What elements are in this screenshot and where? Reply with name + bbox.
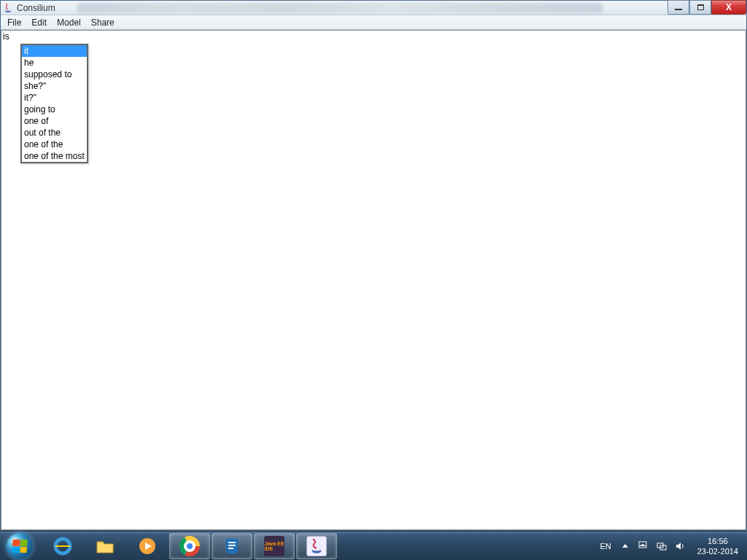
action-center-icon[interactable]: [633, 541, 652, 551]
taskbar-pinned-apps: Java EEIDE: [42, 533, 337, 559]
taskbar-ie-button[interactable]: [42, 533, 83, 559]
volume-icon[interactable]: [671, 541, 690, 551]
clock-date: 23-02-2014: [697, 546, 738, 556]
window-title: Consilium: [17, 3, 55, 13]
java-icon: [306, 536, 327, 556]
java-app-icon: [2, 2, 14, 14]
suggestion-item[interactable]: one of the: [22, 139, 87, 150]
suggestion-item[interactable]: out of the: [22, 127, 87, 139]
suggestion-item[interactable]: one of the most: [22, 150, 87, 162]
document-icon: [222, 536, 242, 556]
window-controls: X: [667, 0, 746, 15]
editor-typed-text: is: [3, 31, 9, 42]
taskbar-mediaplayer-button[interactable]: [127, 533, 168, 559]
menu-share[interactable]: Share: [86, 16, 120, 29]
network-icon[interactable]: [652, 541, 671, 551]
svg-rect-9: [228, 542, 236, 543]
system-tray: EN 16:56 23-02-2014: [592, 532, 747, 560]
svg-marker-14: [639, 544, 646, 546]
taskbar-writer-button[interactable]: [212, 533, 252, 559]
folder-icon: [95, 536, 115, 556]
autocomplete-popup: it he supposed to she?" it?" going to on…: [20, 44, 88, 163]
menubar: File Edit Model Share: [1, 15, 746, 30]
svg-point-7: [186, 542, 193, 550]
taskbar-chrome-button[interactable]: [169, 533, 210, 559]
show-hidden-icons-button[interactable]: [617, 542, 633, 550]
language-indicator[interactable]: EN: [594, 542, 616, 551]
suggestion-item[interactable]: it: [22, 45, 87, 57]
titlebar[interactable]: Consilium X: [1, 1, 746, 15]
taskbar-eclipse-button[interactable]: Java EEIDE: [254, 533, 295, 559]
minimize-button[interactable]: [667, 0, 689, 15]
suggestion-item[interactable]: supposed to: [22, 69, 87, 80]
menu-edit[interactable]: Edit: [26, 16, 52, 29]
text-editor-area[interactable]: is it he supposed to she?" it?" going to…: [1, 30, 746, 530]
svg-marker-17: [676, 542, 681, 550]
suggestion-item[interactable]: one of: [22, 115, 87, 127]
clock[interactable]: 16:56 23-02-2014: [690, 534, 746, 558]
chrome-icon: [179, 536, 200, 556]
wmp-icon: [137, 536, 158, 556]
ie-icon: [53, 536, 73, 556]
svg-rect-10: [228, 545, 236, 546]
start-button[interactable]: [0, 532, 39, 561]
menu-file[interactable]: File: [2, 16, 26, 29]
svg-marker-12: [622, 544, 628, 548]
suggestion-item[interactable]: he: [22, 57, 87, 69]
maximize-button[interactable]: [689, 0, 711, 15]
app-window: Consilium X File Edit Model Share is it …: [0, 0, 747, 531]
suggestion-item[interactable]: it?": [22, 92, 87, 104]
clock-time: 16:56: [697, 536, 738, 546]
suggestion-item[interactable]: going to: [22, 104, 87, 115]
close-button[interactable]: X: [711, 0, 746, 15]
taskbar-java-app-button[interactable]: [296, 533, 337, 559]
taskbar: Java EEIDE EN 16:56 23-02-2014: [0, 531, 747, 560]
suggestion-item[interactable]: she?": [22, 80, 87, 92]
menu-model[interactable]: Model: [52, 16, 86, 29]
aero-blur-bg: [77, 3, 603, 13]
javaee-ide-icon: Java EEIDE: [264, 536, 285, 556]
svg-rect-11: [228, 548, 233, 549]
windows-logo-icon: [12, 540, 27, 553]
taskbar-explorer-button[interactable]: [85, 533, 125, 559]
